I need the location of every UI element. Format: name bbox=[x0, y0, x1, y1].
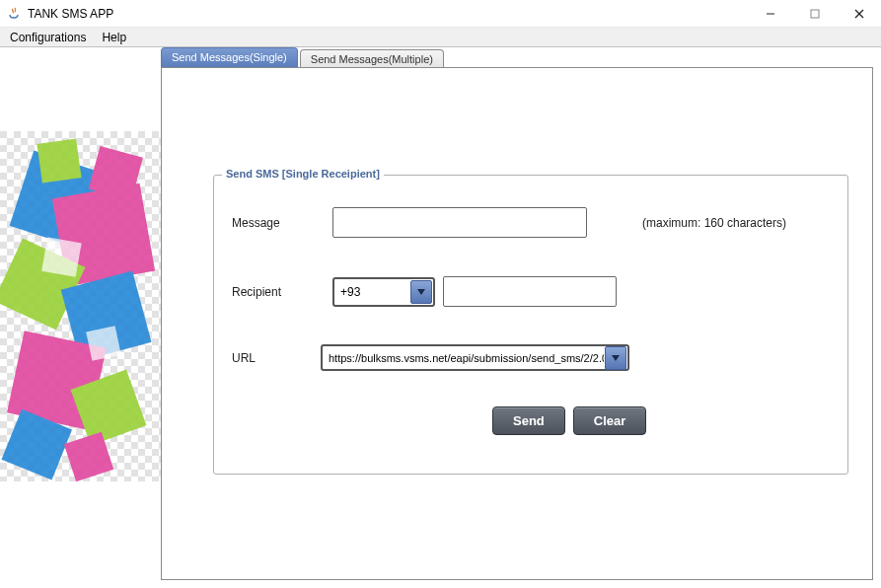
menu-configurations[interactable]: Configurations bbox=[2, 29, 94, 46]
maximize-button[interactable] bbox=[792, 0, 837, 28]
java-icon bbox=[6, 6, 22, 22]
decorative-image bbox=[0, 131, 161, 481]
message-hint: (maximum: 160 characters) bbox=[642, 216, 786, 230]
close-button[interactable] bbox=[837, 0, 881, 28]
recipient-label: Recipient bbox=[232, 285, 332, 299]
window-title: TANK SMS APP bbox=[28, 7, 748, 21]
groupbox-legend: Send SMS [Single Receipient] bbox=[222, 168, 384, 180]
svg-marker-21 bbox=[417, 289, 425, 295]
tab-send-multiple[interactable]: Send Messages(Multiple) bbox=[300, 49, 444, 69]
tab-panel-single: Send SMS [Single Receipient] Message (ma… bbox=[161, 67, 873, 580]
send-button[interactable]: Send bbox=[492, 406, 565, 435]
menu-help[interactable]: Help bbox=[94, 29, 134, 46]
row-message: Message (maximum: 160 characters) bbox=[232, 207, 786, 238]
button-row: Send Clear bbox=[492, 406, 646, 435]
message-input[interactable] bbox=[332, 207, 587, 238]
recipient-input[interactable] bbox=[443, 276, 617, 307]
chevron-down-icon bbox=[410, 280, 432, 304]
svg-rect-1 bbox=[811, 10, 819, 18]
menubar: Configurations Help bbox=[0, 28, 881, 47]
url-label: URL bbox=[232, 351, 321, 365]
main-area: Send Messages(Single) Send Messages(Mult… bbox=[0, 47, 881, 588]
tab-send-single[interactable]: Send Messages(Single) bbox=[161, 47, 298, 67]
clear-button[interactable]: Clear bbox=[573, 406, 647, 435]
tab-strip: Send Messages(Single) Send Messages(Mult… bbox=[161, 47, 446, 67]
url-value: https://bulksms.vsms.net/eapi/submission… bbox=[323, 352, 604, 364]
country-code-value: +93 bbox=[334, 285, 409, 299]
chevron-down-icon bbox=[605, 346, 626, 370]
row-recipient: Recipient +93 bbox=[232, 276, 617, 307]
svg-rect-15 bbox=[37, 138, 81, 183]
row-url: URL https://bulksms.vsms.net/eapi/submis… bbox=[232, 344, 629, 371]
groupbox-send-sms: Send SMS [Single Receipient] Message (ma… bbox=[213, 175, 848, 475]
country-code-combo[interactable]: +93 bbox=[332, 277, 435, 307]
minimize-button[interactable] bbox=[748, 0, 792, 28]
titlebar: TANK SMS APP bbox=[0, 0, 881, 28]
svg-marker-22 bbox=[612, 355, 620, 361]
window-controls bbox=[748, 0, 881, 27]
svg-rect-18 bbox=[86, 326, 121, 361]
svg-rect-17 bbox=[41, 237, 82, 277]
url-combo[interactable]: https://bulksms.vsms.net/eapi/submission… bbox=[321, 344, 629, 371]
message-label: Message bbox=[232, 216, 332, 230]
